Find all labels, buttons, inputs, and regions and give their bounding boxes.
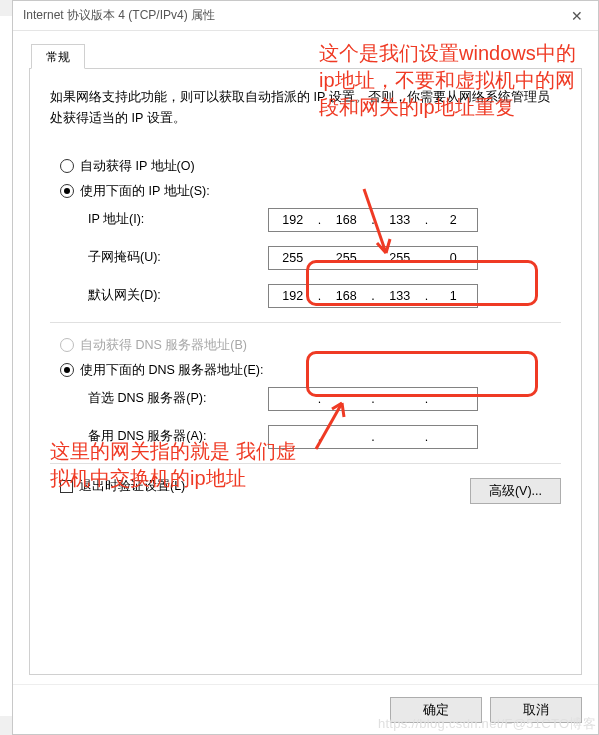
ip-octet[interactable]: 192 [269, 289, 317, 303]
field-default-gateway: 默认网关(D): 192. 168. 133. 1 [88, 284, 561, 308]
radio-icon [60, 184, 74, 198]
radio-manual-ip[interactable]: 使用下面的 IP 地址(S): [60, 183, 561, 200]
radio-icon [60, 338, 74, 352]
radio-manual-dns-label: 使用下面的 DNS 服务器地址(E): [80, 362, 263, 379]
ip-octet[interactable]: 255 [269, 251, 317, 265]
ip-address-input[interactable]: 192. 168. 133. 2 [268, 208, 478, 232]
window-title: Internet 协议版本 4 (TCP/IPv4) 属性 [23, 7, 215, 24]
ip-address-group: 自动获得 IP 地址(O) 使用下面的 IP 地址(S): IP 地址(I): … [60, 158, 561, 308]
ip-octet[interactable]: 2 [430, 213, 478, 227]
field-alternate-dns: 备用 DNS 服务器(A): . . . [88, 425, 561, 449]
radio-manual-ip-label: 使用下面的 IP 地址(S): [80, 183, 210, 200]
ok-button-label: 确定 [423, 703, 449, 717]
ip-octet[interactable]: 192 [269, 213, 317, 227]
tab-general[interactable]: 常规 [31, 44, 85, 69]
alternate-dns-input[interactable]: . . . [268, 425, 478, 449]
radio-icon [60, 363, 74, 377]
ip-octet[interactable]: 255 [376, 251, 424, 265]
subnet-mask-input[interactable]: 255. 255. 255. 0 [268, 246, 478, 270]
field-ip-address: IP 地址(I): 192. 168. 133. 2 [88, 208, 561, 232]
dialog-footer: 确定 取消 [13, 684, 598, 734]
cancel-button[interactable]: 取消 [490, 697, 582, 723]
advanced-button-label: 高级(V)... [489, 484, 542, 498]
field-preferred-dns: 首选 DNS 服务器(P): . . . [88, 387, 561, 411]
ip-octet[interactable]: 133 [376, 213, 424, 227]
ip-octet[interactable]: 133 [376, 289, 424, 303]
close-button[interactable]: ✕ [556, 1, 598, 31]
ip-octet[interactable]: 168 [323, 213, 371, 227]
radio-manual-dns[interactable]: 使用下面的 DNS 服务器地址(E): [60, 362, 561, 379]
background-stub [0, 16, 12, 716]
radio-auto-ip-label: 自动获得 IP 地址(O) [80, 158, 195, 175]
ip-octet[interactable]: 0 [430, 251, 478, 265]
divider [50, 322, 561, 323]
description-text: 如果网络支持此功能，则可以获取自动指派的 IP 设置。否则，你需要从网络系统管理… [50, 87, 561, 130]
tab-general-label: 常规 [46, 50, 70, 64]
divider [50, 463, 561, 464]
ip-octet[interactable]: 1 [430, 289, 478, 303]
checkbox-icon [60, 480, 73, 493]
preferred-dns-label: 首选 DNS 服务器(P): [88, 390, 268, 407]
close-icon: ✕ [571, 8, 583, 24]
properties-dialog: Internet 协议版本 4 (TCP/IPv4) 属性 ✕ 常规 如果网络支… [12, 0, 599, 735]
ok-button[interactable]: 确定 [390, 697, 482, 723]
alternate-dns-label: 备用 DNS 服务器(A): [88, 428, 268, 445]
radio-auto-dns: 自动获得 DNS 服务器地址(B) [60, 337, 561, 354]
tab-panel-general: 如果网络支持此功能，则可以获取自动指派的 IP 设置。否则，你需要从网络系统管理… [29, 69, 582, 675]
field-subnet-mask: 子网掩码(U): 255. 255. 255. 0 [88, 246, 561, 270]
radio-auto-ip[interactable]: 自动获得 IP 地址(O) [60, 158, 561, 175]
radio-auto-dns-label: 自动获得 DNS 服务器地址(B) [80, 337, 247, 354]
dialog-body: 常规 如果网络支持此功能，则可以获取自动指派的 IP 设置。否则，你需要从网络系… [13, 31, 598, 684]
titlebar: Internet 协议版本 4 (TCP/IPv4) 属性 ✕ [13, 1, 598, 31]
default-gateway-input[interactable]: 192. 168. 133. 1 [268, 284, 478, 308]
ip-octet[interactable]: 255 [323, 251, 371, 265]
preferred-dns-input[interactable]: . . . [268, 387, 478, 411]
advanced-button[interactable]: 高级(V)... [470, 478, 561, 504]
tabstrip: 常规 [29, 43, 582, 69]
dns-group: 自动获得 DNS 服务器地址(B) 使用下面的 DNS 服务器地址(E): 首选… [60, 337, 561, 449]
cancel-button-label: 取消 [523, 703, 549, 717]
radio-icon [60, 159, 74, 173]
checkbox-validate-on-exit[interactable]: 退出时验证设置(L) [60, 478, 185, 495]
ip-address-label: IP 地址(I): [88, 211, 268, 228]
validate-label: 退出时验证设置(L) [79, 478, 185, 495]
default-gateway-label: 默认网关(D): [88, 287, 268, 304]
subnet-mask-label: 子网掩码(U): [88, 249, 268, 266]
ip-octet[interactable]: 168 [323, 289, 371, 303]
